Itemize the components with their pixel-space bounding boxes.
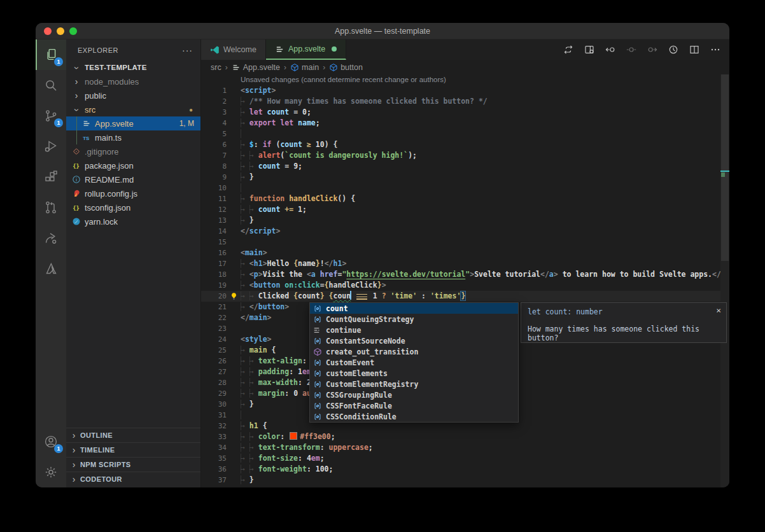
code-line-3[interactable]: 3→ let count = 0; — [201, 107, 729, 118]
more-actions-icon[interactable]: ··· — [182, 45, 193, 55]
code-line-18[interactable]: 18→ <p>Visit the <a href="https://svelte… — [201, 269, 729, 280]
code-line-37[interactable]: 37→ } — [201, 475, 729, 486]
activity-item-source-control[interactable]: 1 — [36, 101, 66, 131]
code-line-9[interactable]: 9→ } — [201, 172, 729, 183]
suggest-item-create_out_transition[interactable]: create_out_transition — [310, 346, 518, 357]
breadcrumb-separator: › — [225, 63, 228, 72]
open-changes-icon[interactable] — [584, 45, 594, 55]
close-icon[interactable]: × — [716, 305, 721, 315]
code-line-13[interactable]: 13→ } — [201, 215, 729, 226]
tree-item-tsconfig-json[interactable]: {}tsconfig.json — [66, 200, 200, 214]
activity-item-extensions[interactable] — [36, 162, 66, 192]
tree-item-node-modules[interactable]: ›node_modules — [66, 74, 200, 88]
suggest-item-countqueuingstrategy[interactable]: CountQueuingStrategy — [310, 314, 518, 325]
activity-item-accounts[interactable]: 1 — [36, 426, 66, 457]
activity-item-search[interactable] — [36, 70, 66, 101]
file-history-icon[interactable] — [668, 45, 678, 55]
activity-bar-top: 11 — [36, 39, 66, 284]
suggest-item-count[interactable]: count — [310, 303, 518, 314]
activity-item-run-debug[interactable] — [36, 131, 66, 162]
tree-item-app-svelte[interactable]: App.svelte1, M — [66, 116, 200, 130]
section-outline[interactable]: ›OUTLINE — [66, 428, 200, 442]
split-editor-icon[interactable] — [689, 45, 699, 55]
breadcrumb-item-button[interactable]: button — [329, 63, 363, 72]
tree-item-package-json[interactable]: {}package.json — [66, 158, 200, 172]
suggest-item-customevent[interactable]: CustomEvent — [310, 357, 518, 368]
tree-item-main-ts[interactable]: TSmain.ts — [66, 130, 200, 144]
close-window-button[interactable] — [44, 27, 52, 35]
color-swatch — [290, 432, 297, 440]
scrollbar-track[interactable] — [720, 74, 729, 487]
suggest-item-constantsourcenode[interactable]: ConstantSourceNode — [310, 335, 518, 346]
code-line-1[interactable]: 1<script> — [201, 85, 729, 96]
section-npm-scripts[interactable]: ›NPM SCRIPTS — [66, 457, 200, 472]
code-line-17[interactable]: 17→ <h1>Hello {name}!</h1> — [201, 258, 729, 269]
code-line-36[interactable]: 36→ → font-weight: 100; — [201, 464, 729, 475]
tree-item-yarn-lock[interactable]: yarn.lock — [66, 214, 200, 228]
code-line-6[interactable]: 6→ $: if (count ≥ 10) { — [201, 139, 729, 150]
root-folder-label: TEST-TEMPLATE — [85, 64, 147, 71]
section-codetour[interactable]: ›CODETOUR — [66, 472, 200, 486]
line-number: 24 — [201, 334, 227, 345]
code-line-19[interactable]: 19→ <button on:click={handleClick}> — [201, 280, 729, 291]
scrollbar-thumb[interactable] — [721, 74, 729, 261]
chevron-right-icon: › — [69, 430, 79, 440]
code-line-2[interactable]: 2→ /** How many times has someone clicke… — [201, 96, 729, 107]
suggest-item-cssconditionrule[interactable]: CSSConditionRule — [310, 411, 518, 422]
breadcrumb-item-src[interactable]: src — [211, 63, 221, 72]
tab-label: Welcome — [223, 45, 256, 54]
tree-item--gitignore[interactable]: .gitignore — [66, 144, 200, 158]
current-change-icon[interactable] — [626, 45, 636, 55]
minimize-window-button[interactable] — [57, 27, 64, 35]
code-line-16[interactable]: 16<main> — [201, 248, 729, 258]
code-line-15[interactable]: 15 — [201, 237, 729, 248]
file-icon — [71, 174, 81, 185]
zoom-window-button[interactable] — [69, 27, 77, 35]
code-line-8[interactable]: 8→ → count = 9; — [201, 161, 729, 172]
activity-item-github-pull-requests[interactable] — [36, 192, 66, 223]
activity-item-explorer[interactable]: 1 — [36, 39, 66, 70]
code-line-20[interactable]: 20→ → Clicked {count} {coun === 1 ? 'tim… — [201, 291, 729, 302]
suggest-item-customelements[interactable]: customElements — [310, 368, 518, 379]
source-control-actions-icon[interactable] — [563, 45, 573, 55]
suggest-item-customelementregistry[interactable]: CustomElementRegistry — [310, 379, 518, 389]
breadcrumb-item-main[interactable]: main — [290, 63, 319, 72]
tree-item-rollup-config-js[interactable]: rollup.config.js — [66, 186, 200, 200]
chevron-down-icon: › — [72, 63, 82, 73]
suggest-item-cssfontfacerule[interactable]: CSSFontFaceRule — [310, 400, 518, 411]
section-timeline[interactable]: ›TIMELINE — [66, 442, 200, 457]
tree-item-src[interactable]: ›src● — [66, 102, 200, 116]
activity-item-azure[interactable] — [36, 253, 66, 284]
suggest-label: CustomEvent — [326, 358, 374, 367]
code-line-11[interactable]: 11→ function handleClick() { — [201, 193, 729, 204]
tab-welcome[interactable]: Welcome — [201, 39, 266, 60]
file-icon — [71, 146, 81, 157]
tab-file-icon — [275, 45, 284, 54]
line-number: 23 — [201, 323, 227, 334]
code-line-33[interactable]: 33→ → color: #ff3e00; — [201, 431, 729, 442]
previous-change-icon[interactable] — [605, 45, 615, 55]
code-line-5[interactable]: 5 — [201, 129, 729, 139]
more-actions-icon[interactable] — [710, 45, 720, 55]
code-line-35[interactable]: 35→ → font-size: 4em; — [201, 453, 729, 464]
tree-root-test-template[interactable]: ›TEST-TEMPLATE — [66, 60, 200, 74]
code-line-14[interactable]: 14</script> — [201, 226, 729, 237]
activity-item-live-share[interactable] — [36, 223, 66, 253]
symbol-variable-icon — [312, 358, 323, 368]
lightbulb-icon[interactable] — [227, 291, 241, 302]
tree-item-readme-md[interactable]: README.md — [66, 172, 200, 186]
next-change-icon[interactable] — [647, 45, 657, 55]
code-line-4[interactable]: 4→ export let name; — [201, 118, 729, 129]
tree-item-public[interactable]: ›public — [66, 88, 200, 102]
suggest-item-cssgroupingrule[interactable]: CSSGroupingRule — [310, 389, 518, 400]
activity-item-manage[interactable] — [36, 457, 66, 487]
tab-app.svelte[interactable]: App.svelte — [266, 39, 346, 60]
code-editor[interactable]: Unsaved changes (cannot determine recent… — [201, 74, 729, 487]
code-line-7[interactable]: 7→ → alert(`count is dangerously high!`)… — [201, 150, 729, 161]
breadcrumb-item-app-svelte[interactable]: App.svelte — [232, 63, 280, 72]
code-line-34[interactable]: 34→ → text-transform: uppercase; — [201, 442, 729, 453]
code-line-12[interactable]: 12→ → count += 1; — [201, 204, 729, 215]
code-line-10[interactable]: 10 — [201, 183, 729, 193]
suggest-item-continue[interactable]: continue — [310, 325, 518, 335]
file-label: src — [85, 105, 95, 115]
